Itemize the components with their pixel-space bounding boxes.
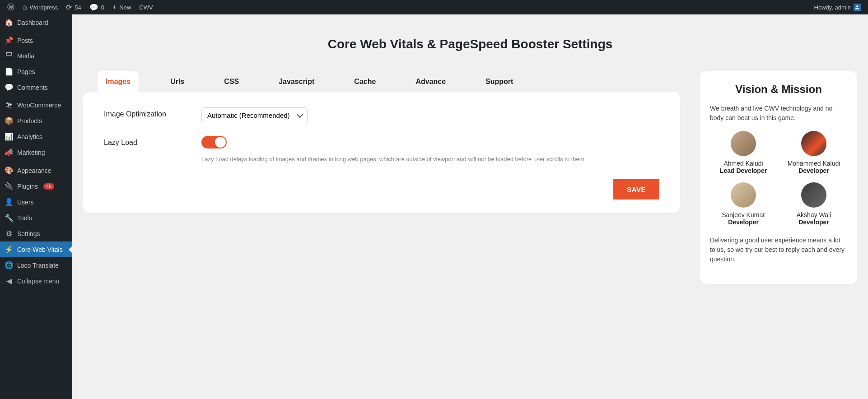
menu-icon: 📌 (5, 36, 14, 45)
member-name: Mohammed Kaludi (780, 160, 847, 167)
wordpress-icon: ⓦ (7, 3, 14, 12)
save-button[interactable]: SAVE (613, 179, 659, 200)
member-name: Sanjeev Kumar (710, 211, 777, 218)
sidebar-item-appearance[interactable]: 🎨Appearance (0, 162, 72, 178)
menu-icon: 📄 (5, 67, 14, 76)
menu-icon: 🏠 (5, 18, 14, 27)
vision-mission-panel: Vision & Mission We breath and live CWV … (700, 71, 857, 284)
menu-label: WooCommerce (17, 102, 61, 109)
admin-sidebar: 🏠Dashboard📌Posts🎞Media📄Pages💬Comments🛍Wo… (0, 14, 72, 399)
menu-label: Analytics (17, 133, 42, 140)
menu-label: Core Web Vitals (17, 246, 63, 253)
menu-label: Products (17, 117, 42, 125)
cwv-label: CWV (139, 4, 153, 11)
menu-label: Settings (17, 230, 40, 237)
user-avatar-icon (854, 4, 861, 11)
field-lazy-load: Lazy Load Lazy Load delays loading of im… (104, 136, 659, 164)
menu-icon: 🔧 (5, 213, 14, 222)
updates-link[interactable]: ⟳54 (62, 0, 84, 14)
sidebar-item-users[interactable]: 👤Users (0, 194, 72, 210)
refresh-icon: ⟳ (66, 3, 72, 12)
field-label: Lazy Load (104, 136, 201, 147)
menu-icon: ⚡ (5, 245, 14, 254)
menu-label: Pages (17, 68, 35, 75)
sidebar-item-settings[interactable]: ⚙Settings (0, 226, 72, 241)
sidebar-item-woocommerce[interactable]: 🛍WooCommerce (0, 97, 72, 113)
comments-count: 0 (101, 4, 104, 11)
menu-icon: ⚙ (5, 229, 14, 238)
admin-bar: ⓦ ⌂Wordpress ⟳54 💬0 +New CWV Howdy, admi… (0, 0, 868, 14)
sidebar-item-plugins[interactable]: 🔌Plugins45 (0, 178, 72, 194)
menu-icon: 📦 (5, 116, 14, 125)
sidebar-item-pages[interactable]: 📄Pages (0, 64, 72, 79)
avatar (731, 182, 756, 208)
menu-icon: 📊 (5, 132, 14, 141)
team-member: Sanjeev KumarDeveloper (710, 182, 777, 226)
menu-icon: 💬 (5, 83, 14, 92)
page-title: Core Web Vitals & PageSpeed Booster Sett… (83, 37, 857, 51)
settings-panel: Image Optimization Automatic (Recommende… (83, 92, 680, 213)
team-member: Mohammed KaludiDeveloper (780, 131, 847, 174)
comments-link[interactable]: 💬0 (86, 0, 108, 14)
collapse-label: Collapse menu (17, 278, 59, 285)
menu-label: Users (17, 199, 34, 206)
member-name: Akshay Wali (780, 211, 847, 218)
avatar (731, 131, 756, 156)
aside-title: Vision & Mission (710, 83, 847, 96)
sidebar-item-analytics[interactable]: 📊Analytics (0, 129, 72, 144)
cwv-link[interactable]: CWV (135, 0, 156, 14)
image-optimization-select[interactable]: Automatic (Recommended) (201, 107, 308, 123)
count-badge: 45 (43, 183, 54, 190)
new-label: New (119, 4, 131, 11)
collapse-menu[interactable]: ◀Collapse menu (0, 273, 72, 289)
team-member: Akshay WaliDeveloper (780, 182, 847, 226)
sidebar-item-dashboard[interactable]: 🏠Dashboard (0, 14, 72, 30)
sidebar-item-media[interactable]: 🎞Media (0, 48, 72, 64)
avatar (801, 182, 826, 208)
tab-javascript[interactable]: Javascript (271, 71, 322, 92)
sidebar-item-loco-translate[interactable]: 🌐Loco Translate (0, 257, 72, 273)
sidebar-item-core-web-vitals[interactable]: ⚡Core Web Vitals (0, 241, 72, 257)
menu-label: Loco Translate (17, 262, 59, 269)
sidebar-item-marketing[interactable]: 📣Marketing (0, 144, 72, 160)
tab-advance[interactable]: Advance (407, 71, 454, 92)
aside-intro: We breath and live CWV technology and no… (710, 104, 847, 123)
svg-point-0 (856, 5, 858, 7)
wp-logo[interactable]: ⓦ (4, 0, 18, 14)
tab-css[interactable]: CSS (216, 71, 247, 92)
account-link[interactable]: Howdy, admin (811, 0, 864, 14)
new-content-link[interactable]: +New (109, 0, 135, 14)
lazy-load-toggle[interactable] (201, 136, 227, 148)
aside-outro: Delivering a good user experience means … (710, 236, 847, 264)
site-name-link[interactable]: ⌂Wordpress (19, 0, 61, 14)
updates-count: 54 (75, 4, 81, 11)
tab-support[interactable]: Support (477, 71, 521, 92)
tab-images[interactable]: Images (98, 71, 139, 92)
member-name: Ahmed Kaludi (710, 160, 777, 167)
sidebar-item-products[interactable]: 📦Products (0, 113, 72, 129)
tab-urls[interactable]: Urls (162, 71, 192, 92)
menu-label: Appearance (17, 167, 51, 174)
sidebar-item-tools[interactable]: 🔧Tools (0, 210, 72, 226)
collapse-icon: ◀ (5, 277, 14, 285)
menu-icon: 🎞 (5, 52, 14, 60)
sidebar-item-comments[interactable]: 💬Comments (0, 79, 72, 95)
comment-icon: 💬 (89, 3, 98, 12)
member-role: Developer (780, 218, 847, 226)
member-role: Lead Developer (710, 167, 777, 174)
menu-label: Dashboard (17, 19, 48, 26)
settings-tabs: ImagesUrlsCSSJavascriptCacheAdvanceSuppo… (83, 71, 680, 92)
team-member: Ahmed KaludiLead Developer (710, 131, 777, 174)
menu-icon: 🎨 (5, 166, 14, 175)
menu-icon: 🔌 (5, 182, 14, 190)
menu-label: Tools (17, 214, 32, 222)
site-name: Wordpress (30, 4, 58, 11)
menu-label: Media (17, 52, 34, 60)
menu-icon: 🌐 (5, 261, 14, 269)
plus-icon: + (112, 3, 117, 11)
tab-cache[interactable]: Cache (346, 71, 384, 92)
menu-icon: 📣 (5, 148, 14, 157)
home-icon: ⌂ (23, 3, 27, 11)
sidebar-item-posts[interactable]: 📌Posts (0, 32, 72, 48)
avatar (801, 131, 826, 156)
